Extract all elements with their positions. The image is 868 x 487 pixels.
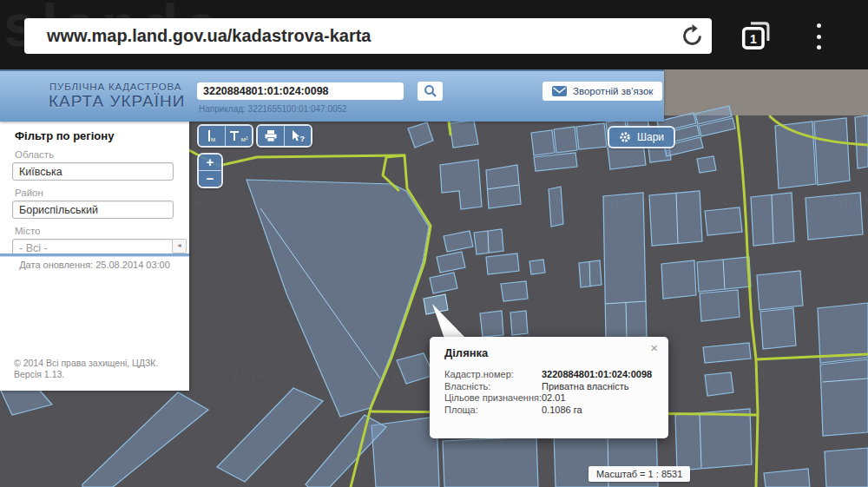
divider (0, 253, 189, 257)
popup-title: Ділянка (444, 346, 488, 359)
field-raion: Район (0, 188, 189, 219)
site-header: ПУБЛІЧНА КАДАСТРОВА КАРТА УКРАЇНИ Наприк… (0, 69, 664, 122)
site-logo-line1: ПУБЛІЧНА КАДАСТРОВА (49, 82, 181, 92)
field-oblast: Область (0, 149, 189, 181)
oblast-input[interactable] (12, 162, 174, 181)
cursor-help-icon: ? (290, 129, 306, 142)
collapse-arrow-icon: ◄ (176, 242, 182, 248)
tabs-icon[interactable]: 1 (740, 18, 774, 53)
utility-tool-group: ? (256, 124, 312, 148)
browser-menu-icon[interactable] (812, 23, 825, 49)
measure-length-button[interactable]: м (199, 126, 225, 146)
field-misto: Місто (0, 226, 189, 257)
measure-length-icon (208, 130, 210, 141)
popup-rows: Кадастр.номер: 3220884801:01:024:0098 Вл… (444, 369, 660, 416)
feedback-button[interactable]: Зворотній зв’язок (542, 82, 662, 101)
tab-count: 1 (750, 32, 757, 46)
zoom-control: + − (197, 153, 223, 188)
site-logo-line2: КАРТА УКРАЇНИ (49, 92, 185, 111)
feedback-label: Зворотній зв’язок (573, 86, 653, 96)
measure-tool-group: м м² (197, 124, 253, 148)
search-button[interactable] (418, 82, 443, 101)
browser-top-bar: slando www.map.land.gov.ua/kadastrova-ka… (0, 0, 868, 69)
popup-row-cadastral-number: Кадастр.номер: 3220884801:01:024:0098 (444, 369, 660, 381)
misto-label: Місто (15, 226, 189, 236)
raion-label: Район (15, 188, 189, 198)
printer-icon (264, 129, 278, 142)
search-icon (424, 84, 437, 98)
popup-row-area: Площа: 0.1086 га (444, 405, 660, 417)
screen: slando www.map.land.gov.ua/kadastrova-ka… (0, 0, 868, 487)
filter-title: Фільтр по регіону (15, 129, 189, 142)
data-updated-text: Дата оновлення: 25.08.2014 03:00 (0, 260, 189, 270)
oblast-label: Область (15, 149, 189, 160)
measure-area-icon (229, 130, 240, 141)
close-icon[interactable]: × (650, 340, 658, 355)
gear-icon (619, 131, 631, 143)
measure-area-button[interactable]: м² (225, 126, 252, 146)
url-bar[interactable]: www.map.land.gov.ua/kadastrova-karta (24, 18, 712, 54)
raion-input[interactable] (12, 201, 174, 219)
cadastral-search-input[interactable] (197, 82, 404, 100)
region-filter-panel: Фільтр по регіону Область Район Місто ◄ … (0, 122, 189, 391)
help-cursor-button[interactable]: ? (284, 126, 311, 146)
layers-button[interactable]: Шари (608, 126, 675, 148)
zoom-in-button[interactable]: + (199, 155, 221, 171)
svg-text:?: ? (300, 135, 306, 143)
zoom-out-button[interactable]: − (199, 171, 221, 187)
unloaded-tile-area (664, 69, 868, 115)
search-example-hint: Наприклад: 3221655100:01:047:0052 (199, 104, 347, 114)
collapse-panel-button[interactable]: ◄ (172, 239, 187, 253)
parcel-info-popup: Ділянка × Кадастр.номер: 3220884801:01:0… (430, 337, 668, 438)
refresh-icon[interactable] (681, 24, 704, 48)
envelope-icon (552, 86, 567, 96)
popup-pointer (427, 299, 470, 340)
popup-row-ownership: Власність: Приватна власність (444, 381, 660, 393)
layers-label: Шари (637, 131, 664, 143)
copyright-text: © 2014 Всі права захищені, ЦДЗК. Версія … (14, 358, 170, 380)
print-button[interactable] (258, 126, 284, 146)
url-text: www.map.land.gov.ua/kadastrova-karta (47, 26, 371, 46)
scale-indicator: Масштаб = 1 : 8531 (589, 466, 690, 482)
popup-row-purpose: Цільове призначення: 02.01 (444, 392, 660, 405)
